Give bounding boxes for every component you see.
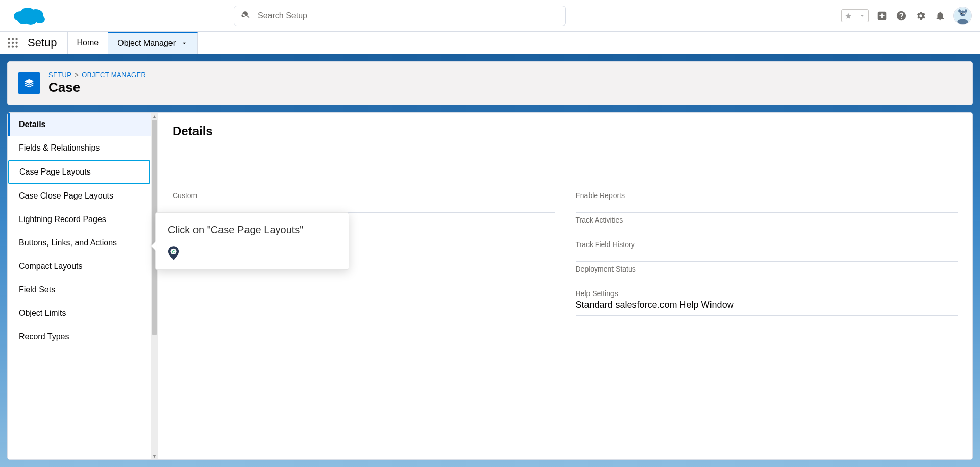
- sidebar-item-label: Buttons, Links, and Actions: [19, 238, 117, 247]
- field-help-settings: Help Settings Standard salesforce.com He…: [576, 286, 959, 316]
- svg-point-23: [12, 45, 14, 47]
- page-body: SETUP > OBJECT MANAGER Case Details Fiel…: [0, 54, 980, 467]
- sidebar-item-label: Field Sets: [19, 285, 55, 294]
- svg-point-9: [958, 9, 961, 12]
- svg-point-22: [8, 45, 10, 47]
- sidebar-item-object-limits[interactable]: Object Limits: [8, 302, 151, 325]
- field-label: Track Activities: [576, 216, 959, 224]
- chevron-down-icon[interactable]: [855, 10, 868, 22]
- field-label: Help Settings: [576, 289, 959, 298]
- nav-tab-label: Object Manager: [117, 39, 176, 48]
- sidebar-item-label: Lightning Record Pages: [19, 215, 106, 224]
- field-label: Track Field History: [576, 240, 959, 249]
- field-custom: Custom: [173, 188, 555, 213]
- scroll-down-icon[interactable]: ▼: [151, 452, 158, 459]
- svg-text:G: G: [172, 250, 175, 254]
- sidebar-item-buttons-links-actions[interactable]: Buttons, Links, and Actions: [8, 231, 151, 255]
- app-launcher-icon[interactable]: [0, 32, 26, 54]
- svg-point-13: [961, 13, 962, 14]
- nav-bar: Setup Home Object Manager: [0, 32, 980, 54]
- help-icon[interactable]: [895, 10, 908, 22]
- svg-point-16: [8, 38, 10, 40]
- nav-app-title: Setup: [26, 32, 67, 54]
- svg-point-20: [12, 41, 14, 43]
- sidebar-item-compact-layouts[interactable]: Compact Layouts: [8, 255, 151, 278]
- sidebar-item-case-close-page-layouts[interactable]: Case Close Page Layouts: [8, 184, 151, 208]
- breadcrumb: SETUP > OBJECT MANAGER: [48, 71, 146, 79]
- nav-tab-object-manager[interactable]: Object Manager: [108, 32, 198, 54]
- header-actions: [841, 7, 972, 25]
- svg-point-4: [18, 16, 29, 24]
- breadcrumb-current[interactable]: OBJECT MANAGER: [82, 71, 146, 79]
- sidebar-item-lightning-record-pages[interactable]: Lightning Record Pages: [8, 208, 151, 231]
- sidebar-item-field-sets[interactable]: Field Sets: [8, 278, 151, 302]
- global-search[interactable]: [234, 6, 566, 26]
- sidebar-scrollbar[interactable]: ▲ ▼: [151, 113, 158, 459]
- svg-point-15: [962, 15, 963, 15]
- sidebar-item-case-page-layouts[interactable]: Case Page Layouts: [8, 160, 150, 184]
- sidebar-item-label: Details: [19, 120, 45, 129]
- page-header: SETUP > OBJECT MANAGER Case: [7, 61, 973, 105]
- field-divider: [173, 154, 555, 178]
- field-label: Custom: [173, 191, 555, 200]
- sidebar-item-fields[interactable]: Fields & Relationships: [8, 136, 151, 160]
- global-header: [0, 0, 980, 32]
- svg-point-17: [12, 38, 14, 40]
- tooltip-text: Click on "Case Page Layouts": [168, 224, 336, 236]
- bell-icon[interactable]: [934, 10, 946, 22]
- field-label: Enable Reports: [576, 191, 959, 200]
- star-icon[interactable]: [842, 10, 855, 22]
- nav-tab-label: Home: [77, 38, 99, 47]
- field-divider: [576, 154, 959, 178]
- breadcrumb-root[interactable]: SETUP: [48, 71, 71, 79]
- user-avatar[interactable]: [953, 7, 972, 25]
- scroll-up-icon[interactable]: ▲: [151, 113, 158, 120]
- field-enable-reports: Enable Reports: [576, 188, 959, 213]
- search-input[interactable]: [258, 11, 558, 20]
- field-deployment-status: Deployment Status: [576, 262, 959, 286]
- sidebar-item-label: Fields & Relationships: [19, 143, 100, 152]
- svg-point-18: [15, 38, 17, 40]
- details-title: Details: [173, 124, 958, 138]
- svg-point-21: [15, 41, 17, 43]
- pin-icon: G: [168, 246, 336, 260]
- page-title: Case: [48, 80, 146, 95]
- details-panel: Details Custom Singular Label Case Plura…: [158, 112, 973, 460]
- field-value: Standard salesforce.com Help Window: [576, 300, 959, 310]
- sidebar-item-details[interactable]: Details: [8, 113, 151, 136]
- svg-point-24: [15, 45, 17, 47]
- favorites-menu[interactable]: [841, 9, 869, 22]
- field-track-field-history: Track Field History: [576, 237, 959, 262]
- sidebar-item-label: Record Types: [19, 332, 69, 341]
- gear-icon[interactable]: [915, 10, 927, 22]
- sidebar-item-label: Object Limits: [19, 309, 66, 317]
- sidebar-item-label: Compact Layouts: [19, 262, 83, 271]
- search-icon: [241, 10, 251, 21]
- chevron-right-icon: >: [75, 71, 79, 79]
- field-track-activities: Track Activities: [576, 213, 959, 237]
- svg-point-10: [965, 9, 967, 12]
- svg-point-14: [964, 13, 965, 14]
- sidebar-item-record-types[interactable]: Record Types: [8, 325, 151, 349]
- chevron-down-icon[interactable]: [181, 40, 188, 47]
- object-icon: [18, 72, 40, 94]
- svg-point-19: [8, 41, 10, 43]
- sidebar-item-label: Case Page Layouts: [19, 167, 91, 176]
- salesforce-logo: [12, 4, 47, 28]
- add-icon[interactable]: [876, 10, 888, 22]
- svg-point-5: [35, 15, 45, 23]
- sidebar: Details Fields & Relationships Case Page…: [7, 112, 158, 460]
- field-label: Deployment Status: [576, 265, 959, 273]
- guide-tooltip: Click on "Case Page Layouts" G: [155, 212, 349, 270]
- sidebar-item-label: Case Close Page Layouts: [19, 191, 113, 200]
- nav-tab-home[interactable]: Home: [67, 32, 108, 54]
